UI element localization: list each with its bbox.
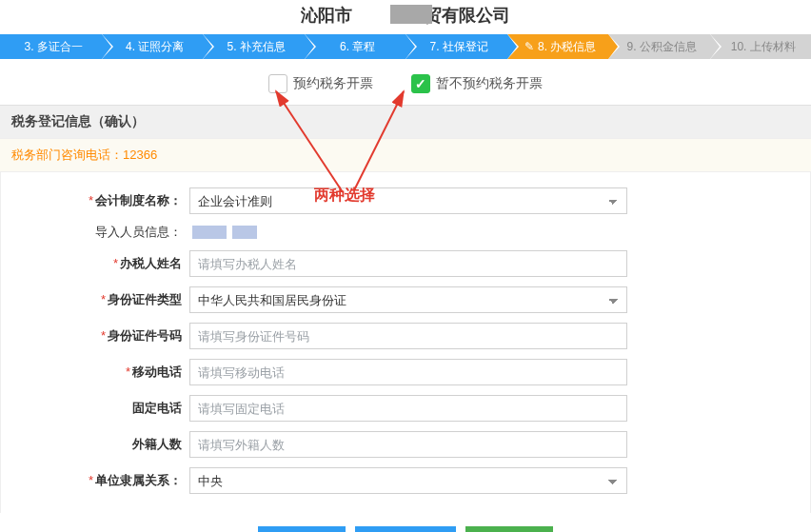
input-handler-name[interactable] [189, 250, 627, 277]
option-reserve-label: 预约税务开票 [293, 75, 373, 92]
label-fixed-phone: 固定电话 [10, 400, 189, 417]
checkbox-reserve[interactable] [268, 74, 287, 93]
step-label: 3. 多证合一 [25, 39, 83, 55]
step-7[interactable]: 7. 社保登记 [406, 34, 507, 59]
step-6[interactable]: 6. 章程 [305, 34, 406, 59]
step-10[interactable]: 10. 上传材料 [710, 34, 812, 59]
step-label: 7. 社保登记 [430, 39, 488, 55]
label-mobile: *移动电话 [10, 364, 189, 381]
step-5[interactable]: 5. 补充信息 [203, 34, 305, 59]
label-handler-name: *办税人姓名 [10, 255, 189, 272]
select-id-type[interactable]: 中华人民共和国居民身份证 [189, 286, 627, 313]
step-label: ✎8. 办税信息 [524, 39, 596, 55]
title-prefix: 沁阳市 [301, 6, 352, 25]
step-label: 9. 公积金信息 [627, 39, 697, 55]
import-mask [192, 226, 227, 239]
section-header: 税务登记信息（确认） [0, 105, 811, 138]
option-no-reserve-label: 暂不预约税务开票 [436, 75, 543, 92]
option-no-reserve[interactable]: ✓ 暂不预约税务开票 [411, 74, 543, 93]
select-affiliation[interactable]: 中央 [189, 467, 627, 494]
import-mask [232, 226, 257, 239]
save-next-button[interactable]: 保存并下一步 [355, 526, 456, 532]
tax-form: *会计制度名称： 企业会计准则 导入人员信息： *办税人姓名 *身份证件类型 中… [0, 172, 811, 513]
input-mobile[interactable] [189, 359, 627, 385]
annotation-text: 两种选择 [314, 186, 375, 206]
title-mask [390, 5, 432, 24]
label-affiliation: *单位隶属关系： [10, 472, 189, 489]
checkbox-no-reserve[interactable]: ✓ [411, 74, 430, 93]
button-bar: 上一步 保存并下一步 返回 [0, 513, 811, 532]
step-3[interactable]: 3. 多证合一 [0, 34, 102, 59]
label-accounting: *会计制度名称： [10, 192, 189, 209]
label-foreign-count: 外籍人数 [10, 436, 189, 453]
label-import: 导入人员信息： [10, 224, 189, 241]
import-info[interactable] [189, 226, 801, 239]
step-label: 10. 上传材料 [731, 39, 796, 55]
page-title: 沁阳市 商贸有限公司 [0, 0, 811, 34]
input-id-no[interactable] [189, 323, 627, 349]
step-label: 4. 证照分离 [126, 39, 184, 55]
back-button[interactable]: 返回 [465, 526, 553, 532]
input-foreign-count[interactable] [189, 431, 627, 458]
prev-button[interactable]: 上一步 [258, 526, 346, 532]
step-label: 6. 章程 [340, 39, 375, 55]
select-accounting[interactable]: 企业会计准则 [189, 187, 627, 214]
input-fixed-phone[interactable] [189, 395, 627, 422]
info-bar: 税务部门咨询电话：12366 [0, 138, 811, 172]
label-id-no: *身份证件号码 [10, 327, 189, 345]
pencil-icon: ✎ [524, 40, 534, 53]
step-4[interactable]: 4. 证照分离 [102, 34, 204, 59]
option-reserve[interactable]: 预约税务开票 [268, 74, 373, 93]
step-8[interactable]: ✎8. 办税信息 [507, 34, 609, 59]
step-9[interactable]: 9. 公积金信息 [608, 34, 710, 59]
label-id-type: *身份证件类型 [10, 291, 189, 308]
ticket-options: 预约税务开票 ✓ 暂不预约税务开票 [0, 59, 811, 105]
step-label: 5. 补充信息 [227, 39, 286, 55]
step-bar: 3. 多证合一4. 证照分离5. 补充信息6. 章程7. 社保登记✎8. 办税信… [0, 34, 811, 59]
